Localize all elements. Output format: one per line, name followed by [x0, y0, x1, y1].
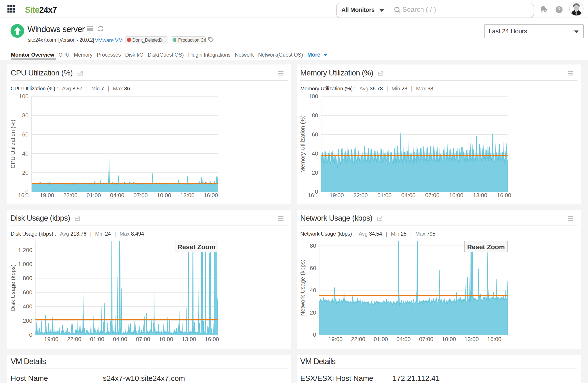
- svg-text:07:00: 07:00: [425, 192, 440, 199]
- svg-text:100: 100: [19, 93, 28, 100]
- svg-text:40: 40: [312, 150, 318, 157]
- svg-text:04:00: 04:00: [113, 336, 127, 343]
- svg-text:80: 80: [310, 242, 316, 249]
- svg-text:Disk Usage (kbps): Disk Usage (kbps): [10, 264, 16, 311]
- svg-text:04:00: 04:00: [110, 192, 125, 199]
- svg-text:19:00: 19:00: [328, 336, 342, 343]
- svg-text:40: 40: [22, 150, 28, 157]
- svg-text:800: 800: [23, 275, 32, 282]
- svg-text:04:00: 04:00: [397, 336, 411, 343]
- svg-text:20: 20: [22, 169, 28, 176]
- svg-text:10:00: 10:00: [157, 192, 171, 199]
- svg-text:CPU Utilization (%): CPU Utilization (%): [10, 120, 16, 168]
- svg-text:Memory Utilization (%): Memory Utilization (%): [299, 115, 306, 173]
- svg-text:10:00: 10:00: [449, 192, 463, 199]
- svg-text:07:00: 07:00: [419, 336, 433, 343]
- svg-text:600: 600: [23, 289, 32, 296]
- svg-text:16:00: 16:00: [497, 192, 511, 199]
- svg-text:19:00: 19:00: [330, 192, 344, 199]
- svg-text:13:00: 13:00: [473, 192, 487, 199]
- svg-text:13:00: 13:00: [464, 336, 479, 343]
- svg-text:13:00: 13:00: [180, 192, 195, 199]
- svg-text:19:00: 19:00: [44, 336, 58, 343]
- svg-text:22:00: 22:00: [351, 336, 365, 343]
- svg-text:22:00: 22:00: [63, 192, 77, 199]
- svg-text:20: 20: [310, 309, 316, 316]
- svg-text:01:00: 01:00: [377, 192, 392, 199]
- svg-text:16:00: 16:00: [204, 192, 218, 199]
- svg-text:16:00: 16:00: [205, 336, 219, 343]
- svg-text:07:00: 07:00: [136, 336, 150, 343]
- svg-text:01:00: 01:00: [90, 336, 104, 343]
- svg-text:1,000: 1,000: [18, 261, 32, 267]
- svg-text:10:00: 10:00: [442, 336, 456, 343]
- svg-text:22:00: 22:00: [67, 336, 81, 343]
- svg-text:07:00: 07:00: [133, 192, 148, 199]
- svg-text:0: 0: [29, 331, 32, 338]
- svg-text:13:00: 13:00: [182, 336, 196, 343]
- svg-text:20: 20: [312, 169, 318, 176]
- svg-text:80: 80: [22, 112, 28, 119]
- svg-text:19:00: 19:00: [40, 192, 54, 199]
- svg-text:60: 60: [310, 265, 316, 271]
- svg-text:0: 0: [313, 331, 316, 338]
- svg-text:60: 60: [312, 131, 318, 138]
- svg-text:04:00: 04:00: [401, 192, 416, 199]
- svg-text:1,200: 1,200: [18, 247, 32, 253]
- svg-text:40: 40: [310, 287, 316, 294]
- svg-text:80: 80: [312, 112, 318, 119]
- svg-text:16:..: 16:..: [18, 192, 29, 199]
- svg-text:400: 400: [23, 303, 32, 310]
- svg-text:60: 60: [22, 131, 28, 138]
- svg-text:16:..: 16:..: [308, 192, 319, 199]
- svg-text:22:00: 22:00: [354, 192, 368, 199]
- svg-text:200: 200: [23, 317, 32, 324]
- svg-text:01:00: 01:00: [374, 336, 388, 343]
- svg-text:01:00: 01:00: [87, 192, 101, 199]
- svg-text:Network Usage (kbps): Network Usage (kbps): [299, 260, 306, 316]
- svg-text:10:00: 10:00: [159, 336, 173, 343]
- svg-text:16:00: 16:00: [487, 336, 501, 343]
- svg-text:100: 100: [309, 93, 318, 100]
